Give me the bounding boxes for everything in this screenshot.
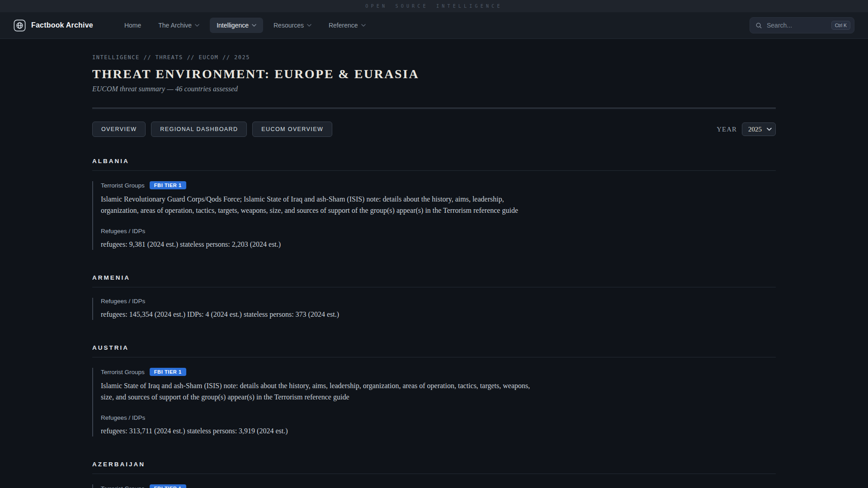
title-divider — [92, 108, 776, 109]
country-section: ARMENIARefugees / IDPsrefugees: 145,354 … — [92, 274, 776, 320]
fbi-tier-badge: FBI TIER 1 — [150, 181, 186, 189]
entry-text: Islamic Revolutionary Guard Corps/Qods F… — [101, 193, 542, 216]
entry: Refugees / IDPsrefugees: 313,711 (2024 e… — [101, 414, 776, 436]
globe-logo-icon — [14, 19, 26, 32]
entry-label-row: Refugees / IDPs — [101, 414, 776, 421]
classification-banner-label: OPEN SOURCE INTELLIGENCE — [365, 4, 502, 9]
country-sections: ALBANIATerrorist GroupsFBI TIER 1Islamic… — [92, 158, 776, 488]
year-control: YEAR 2025 — [717, 122, 776, 136]
year-label: YEAR — [717, 126, 737, 133]
search-icon — [755, 22, 762, 29]
fbi-tier-badge: FBI TIER 1 — [150, 368, 186, 376]
entry: Refugees / IDPsrefugees: 9,381 (2024 est… — [101, 228, 776, 250]
nav-item-label: The Archive — [158, 22, 192, 29]
nav-item-intelligence[interactable]: Intelligence — [210, 18, 263, 33]
eucom-overview-button[interactable]: EUCOM OVERVIEW — [252, 122, 332, 137]
fbi-tier-badge: FBI TIER 1 — [150, 484, 186, 488]
country-section: AZERBAIJANTerrorist GroupsFBI TIER 1Isla… — [92, 461, 776, 488]
regional-dashboard-button[interactable]: REGIONAL DASHBOARD — [151, 122, 247, 137]
country-name: AUSTRIA — [92, 344, 776, 357]
breadcrumb: INTELLIGENCE // THREATS // EUCOM // 2025 — [92, 54, 776, 61]
entry-label-row: Terrorist GroupsFBI TIER 1 — [101, 484, 776, 488]
country-name: ALBANIA — [92, 158, 776, 171]
entry: Refugees / IDPsrefugees: 145,354 (2024 e… — [101, 298, 776, 320]
nav-item-label: Resources — [274, 22, 304, 29]
entry-text: refugees: 313,711 (2024 est.) stateless … — [101, 425, 542, 436]
brand-name: Factbook Archive — [31, 21, 93, 29]
country-card: Terrorist GroupsFBI TIER 1Islamic State … — [92, 484, 776, 488]
entry-label: Refugees / IDPs — [101, 228, 145, 235]
country-name: ARMENIA — [92, 274, 776, 287]
search-shortcut-badge: Ctrl K — [831, 21, 850, 30]
entry-label: Terrorist Groups — [101, 369, 145, 375]
year-select[interactable]: 2025 — [742, 122, 776, 136]
entry-label-row: Refugees / IDPs — [101, 228, 776, 235]
country-section: AUSTRIATerrorist GroupsFBI TIER 1Islamic… — [92, 344, 776, 436]
navbar: Factbook Archive HomeThe ArchiveIntellig… — [0, 12, 868, 39]
entry-label: Refugees / IDPs — [101, 414, 145, 421]
brand[interactable]: Factbook Archive — [14, 19, 93, 32]
entry-label-row: Refugees / IDPs — [101, 298, 776, 305]
search-input[interactable] — [767, 22, 827, 29]
page-title: THREAT ENVIRONMENT: EUROPE & EURASIA — [92, 67, 776, 81]
entry: Terrorist GroupsFBI TIER 1Islamic Revolu… — [101, 181, 776, 216]
entry-label-row: Terrorist GroupsFBI TIER 1 — [101, 181, 776, 189]
nav-item-home[interactable]: Home — [118, 18, 148, 33]
nav-item-label: Intelligence — [217, 22, 249, 29]
search-box[interactable]: Ctrl K — [750, 17, 854, 33]
year-select-wrap: 2025 — [742, 122, 776, 136]
entry-label-row: Terrorist GroupsFBI TIER 1 — [101, 368, 776, 376]
entry-label: Terrorist Groups — [101, 485, 145, 488]
chevron-down-icon — [361, 24, 366, 27]
country-card: Terrorist GroupsFBI TIER 1Islamic State … — [92, 368, 776, 436]
nav-item-the-archive[interactable]: The Archive — [151, 18, 206, 33]
country-name: AZERBAIJAN — [92, 461, 776, 474]
chevron-down-icon — [307, 24, 311, 27]
country-section: ALBANIATerrorist GroupsFBI TIER 1Islamic… — [92, 158, 776, 250]
toolbar: OVERVIEWREGIONAL DASHBOARDEUCOM OVERVIEW… — [92, 122, 776, 137]
nav-item-resources[interactable]: Resources — [267, 18, 318, 33]
entry-label: Terrorist Groups — [101, 182, 145, 189]
nav-items: HomeThe ArchiveIntelligenceResourcesRefe… — [118, 18, 373, 33]
entry-label: Refugees / IDPs — [101, 298, 145, 305]
classification-banner: OPEN SOURCE INTELLIGENCE — [0, 0, 868, 12]
nav-item-reference[interactable]: Reference — [322, 18, 373, 33]
chevron-down-icon — [252, 24, 256, 27]
chevron-down-icon — [195, 24, 199, 27]
entry: Terrorist GroupsFBI TIER 1Islamic State … — [101, 368, 776, 403]
country-card: Refugees / IDPsrefugees: 145,354 (2024 e… — [92, 298, 776, 320]
overview-button[interactable]: OVERVIEW — [92, 122, 146, 137]
entry: Terrorist GroupsFBI TIER 1Islamic State … — [101, 484, 776, 488]
nav-item-label: Home — [124, 22, 141, 29]
nav-item-label: Reference — [329, 22, 358, 29]
country-card: Terrorist GroupsFBI TIER 1Islamic Revolu… — [92, 181, 776, 250]
toolbar-buttons: OVERVIEWREGIONAL DASHBOARDEUCOM OVERVIEW — [92, 122, 332, 137]
entry-text: refugees: 145,354 (2024 est.) IDPs: 4 (2… — [101, 309, 542, 320]
main-content: INTELLIGENCE // THREATS // EUCOM // 2025… — [92, 39, 776, 488]
entry-text: refugees: 9,381 (2024 est.) stateless pe… — [101, 239, 542, 250]
entry-text: Islamic State of Iraq and ash-Sham (ISIS… — [101, 380, 542, 403]
page-subtitle: EUCOM threat summary — 46 countries asse… — [92, 85, 776, 93]
